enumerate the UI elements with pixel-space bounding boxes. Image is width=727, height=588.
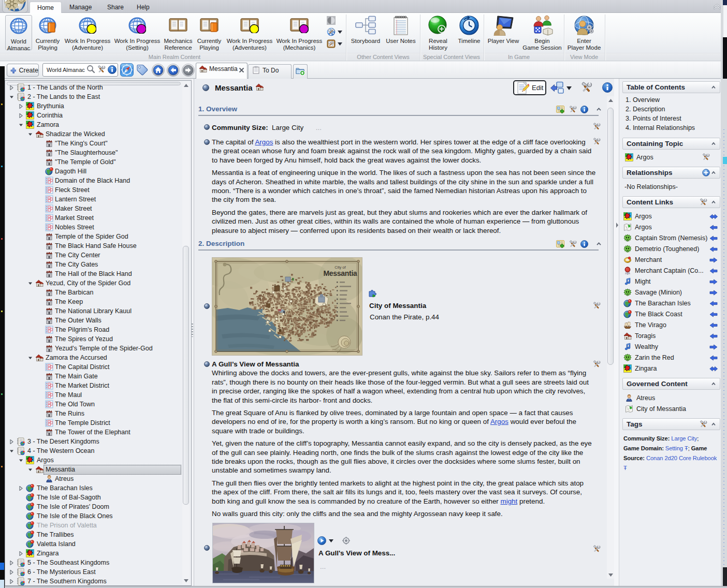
svg-text:Messantia: Messantia [324,269,358,277]
